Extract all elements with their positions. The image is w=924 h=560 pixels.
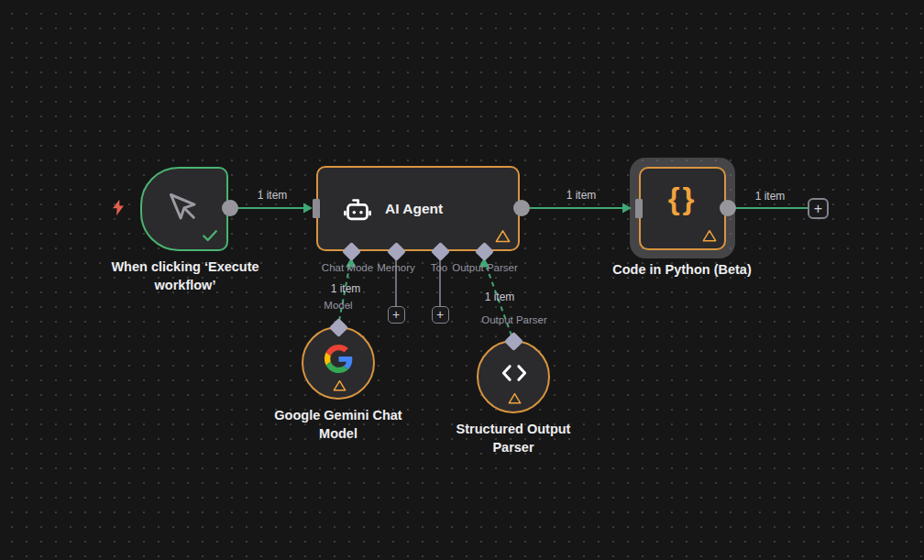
trigger-node-label: When clicking ‘Execute workflow’: [111, 258, 258, 294]
agent-node-title: AI Agent: [385, 168, 443, 249]
warning-triangle-icon: [508, 392, 522, 404]
connector-label-chat-model: Chat Mode: [322, 262, 373, 273]
add-node-button[interactable]: +: [808, 198, 829, 219]
gemini-label-line2: Model: [274, 425, 402, 444]
item-count-label: 1 item: [755, 190, 786, 203]
output-parser-endpoint-label: Output Parser: [481, 314, 547, 325]
add-tool-button[interactable]: +: [432, 306, 449, 324]
gemini-label-line1: Google Gemini Chat: [274, 407, 402, 425]
mouse-pointer-icon: [167, 191, 200, 224]
plus-icon: +: [392, 308, 400, 321]
trigger-label-line2: workflow’: [111, 277, 258, 295]
item-count-label: 1 item: [566, 189, 597, 202]
node-code-python[interactable]: {}: [639, 167, 726, 250]
node-manual-trigger[interactable]: [140, 167, 228, 251]
parser-node-label: Structured Output Parser: [456, 421, 571, 456]
warning-triangle-icon: [702, 229, 717, 242]
curly-braces-icon: {}: [641, 181, 724, 216]
model-endpoint-label: Model: [324, 300, 352, 311]
execute-lightning-icon: [111, 199, 126, 216]
item-count-label: 1 item: [258, 189, 288, 202]
workflow-canvas[interactable]: When clicking ‘Execute workflow’ AI Agen…: [0, 0, 924, 560]
node-gemini-chat-model[interactable]: [302, 326, 375, 400]
parser-label-line2: Parser: [456, 439, 571, 457]
node-structured-output-parser[interactable]: [477, 340, 550, 413]
python-output-port[interactable]: [720, 200, 736, 216]
warning-triangle-icon: [495, 229, 511, 243]
add-memory-button[interactable]: +: [388, 306, 405, 324]
plus-icon: +: [814, 201, 822, 217]
google-logo-icon: [324, 345, 353, 373]
code-brackets-icon: [500, 363, 529, 383]
trigger-label-line1: When clicking ‘Execute: [111, 258, 258, 277]
plus-icon: +: [436, 308, 444, 321]
robot-icon: [342, 194, 373, 225]
connector-label-output-parser: Output Parser: [452, 262, 518, 273]
python-input-port[interactable]: [635, 199, 643, 218]
connector-label-memory: Memory: [377, 262, 415, 273]
node-ai-agent[interactable]: AI Agent: [316, 166, 520, 251]
success-check-icon: [202, 229, 218, 243]
agent-input-port[interactable]: [313, 199, 320, 218]
warning-triangle-icon: [333, 379, 346, 391]
agent-output-port[interactable]: [513, 200, 530, 216]
connector-label-tool: Too: [431, 262, 448, 273]
connection-arrow: [303, 203, 313, 214]
python-node-label: Code in Python (Beta): [612, 261, 751, 280]
gemini-node-label: Google Gemini Chat Model: [274, 407, 402, 443]
parser-label-line1: Structured Output: [456, 421, 571, 439]
trigger-output-port[interactable]: [222, 200, 238, 216]
item-count-label: 1 item: [485, 291, 515, 303]
item-count-label: 1 item: [331, 282, 361, 295]
